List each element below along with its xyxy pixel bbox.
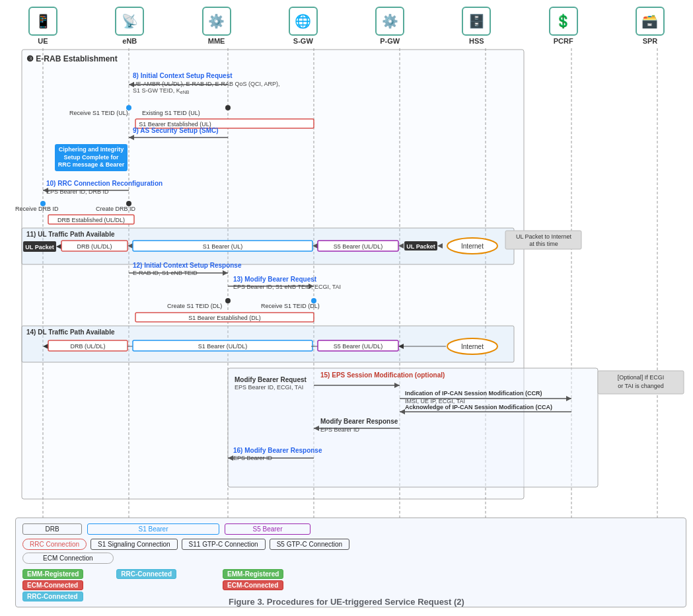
svg-rect-68 <box>135 313 314 322</box>
enb-label: eNB <box>122 37 137 45</box>
sgw-icon: 🌐 <box>289 7 318 36</box>
ue-label: UE <box>38 37 48 45</box>
svg-text:15) EPS Session Modification (: 15) EPS Session Modification (optional) <box>320 371 445 379</box>
svg-text:14) DL Traffic Path Available: 14) DL Traffic Path Available <box>26 328 115 336</box>
s5-bearer-bar: S5 Bearer <box>225 523 310 535</box>
svg-text:DRB (UL/DL): DRB (UL/DL) <box>77 243 112 250</box>
ue-emm-registered: EMM-Registered <box>22 569 83 579</box>
svg-text:S5 Bearer (UL/DL): S5 Bearer (UL/DL) <box>334 243 383 250</box>
svg-text:Modify Bearer Response: Modify Bearer Response <box>320 418 398 425</box>
svg-text:at this time: at this time <box>529 241 558 247</box>
svg-rect-86 <box>228 368 598 487</box>
svg-rect-32 <box>48 215 134 224</box>
svg-text:EPS Bearer ID, S1 eNB TEID, EC: EPS Bearer ID, S1 eNB TEID, ECGI, TAI <box>233 284 341 290</box>
svg-marker-57 <box>223 270 228 276</box>
enb-icon: 📡 <box>115 7 144 36</box>
connection-bars-row: RRC Connection S1 Signaling Connection S… <box>22 539 679 550</box>
bearer-bars-row: DRB S1 Bearer S5 Bearer <box>22 523 679 535</box>
svg-marker-11 <box>129 82 134 87</box>
svg-text:Receive S1 TEID (UL): Receive S1 TEID (UL) <box>69 110 128 116</box>
svg-marker-72 <box>43 344 48 349</box>
node-PCRF: 💲 PCRF <box>537 7 590 45</box>
svg-text:S1 Bearer Established (UL): S1 Bearer Established (UL) <box>139 121 211 128</box>
sgw-label: S-GW <box>293 37 313 45</box>
svg-text:10) RRC Connection Reconfigura: 10) RRC Connection Reconfiguration <box>46 180 163 187</box>
svg-text:IMSI, UE IP, ECGI, TAI: IMSI, UE IP, ECGI, TAI <box>405 398 465 404</box>
svg-text:Acknowledge of IP-CAN Session : Acknowledge of IP-CAN Session Modificati… <box>405 404 552 410</box>
spr-label: SPR <box>643 37 658 45</box>
svg-rect-19 <box>135 119 314 128</box>
svg-text:S1 S-GW TEID, KeNB: S1 S-GW TEID, KeNB <box>133 87 190 95</box>
svg-text:13) Modify Bearer Request: 13) Modify Bearer Request <box>233 276 317 283</box>
svg-point-15 <box>126 105 131 110</box>
s5-gtp-c: S5 GTP-C Connection <box>270 539 350 550</box>
svg-point-84 <box>447 338 497 354</box>
drb-bar: DRB <box>22 523 82 535</box>
status-tags-row: EMM-Registered ECM-Connected RRC-Connect… <box>22 569 679 601</box>
icons-row: 📱 UE 📡 eNB ⚙️ MME 🌐 S-GW ⚙️ P-GW 🗄️ HSS … <box>3 7 690 45</box>
svg-text:or TAI is changed: or TAI is changed <box>618 383 664 389</box>
svg-point-16 <box>225 105 231 110</box>
svg-marker-44 <box>312 243 318 249</box>
node-HSS: 🗄️ HSS <box>450 7 503 45</box>
mme-label: MME <box>208 37 225 45</box>
node-eNB: 📡 eNB <box>103 7 156 45</box>
bottom-box: DRB S1 Bearer S5 Bearer RRC Connection S… <box>15 518 686 607</box>
svg-text:EPS Bearer ID, ECGI, TAI: EPS Bearer ID, ECGI, TAI <box>235 384 303 391</box>
svg-text:[Optional] If ECGI: [Optional] If ECGI <box>618 374 665 381</box>
svg-marker-89 <box>394 383 400 388</box>
svg-text:Create S1 TEID (DL): Create S1 TEID (DL) <box>167 303 222 309</box>
svg-marker-82 <box>398 344 404 349</box>
svg-text:Receive DRB ID: Receive DRB ID <box>15 206 59 212</box>
s11-gtp-c: S11 GTP-C Connection <box>182 539 266 550</box>
svg-text:Internet: Internet <box>461 343 484 350</box>
enb-status-col: RRC-Connected <box>116 569 176 601</box>
svg-text:UE-AMBR (UL/DL), E-RAB ID, E-R: UE-AMBR (UL/DL), E-RAB ID, E-RAB QoS (QC… <box>133 81 280 87</box>
svg-text:DRB (UL/DL): DRB (UL/DL) <box>70 343 105 350</box>
svg-point-65 <box>311 298 316 303</box>
svg-text:Receive S1 TEID (DL): Receive S1 TEID (DL) <box>261 303 320 309</box>
svg-text:16) Modify Bearer Response: 16) Modify Bearer Response <box>233 447 322 454</box>
node-MME: ⚙️ MME <box>190 7 243 45</box>
rrc-connection: RRC Connection <box>22 539 87 550</box>
svg-text:9) AS Security Setup (SMC): 9) AS Security Setup (SMC) <box>133 127 219 134</box>
svg-rect-103 <box>598 371 684 394</box>
svg-marker-50 <box>437 243 443 249</box>
ue-icon: 📱 <box>28 7 57 36</box>
svg-marker-38 <box>56 244 61 249</box>
svg-text:Existing S1 TEID (UL): Existing S1 TEID (UL) <box>142 110 200 116</box>
svg-text:S5 Bearer (UL/DL): S5 Bearer (UL/DL) <box>334 343 383 350</box>
svg-text:UL Packet: UL Packet <box>406 243 435 250</box>
svg-text:UL Packet to Internet: UL Packet to Internet <box>516 233 572 240</box>
svg-rect-53 <box>505 231 581 249</box>
ue-status-col: EMM-Registered ECM-Connected RRC-Connect… <box>22 569 83 601</box>
enb-rrc-connected: RRC-Connected <box>116 569 176 579</box>
pgw-icon: ⚙️ <box>375 7 404 36</box>
mme-ecm-connected: ECM-Connected <box>223 580 283 590</box>
svg-text:S1 Bearer (UL): S1 Bearer (UL) <box>203 243 243 250</box>
svg-text:Internet: Internet <box>461 243 484 250</box>
svg-marker-25 <box>43 188 48 193</box>
ecm-connection: ECM Connection <box>22 553 114 564</box>
svg-text:EPS Bearer ID, DRB ID: EPS Bearer ID, DRB ID <box>46 188 109 195</box>
hss-icon: 🗄️ <box>462 7 491 36</box>
svg-rect-36 <box>23 241 56 252</box>
pgw-label: P-GW <box>380 37 400 45</box>
svg-text:E-RAB ID, S1 eNB TEID: E-RAB ID, S1 eNB TEID <box>133 270 198 276</box>
svg-text:Modify Bearer Request: Modify Bearer Request <box>235 376 307 383</box>
svg-text:❸ E-RAB Establishment: ❸ E-RAB Establishment <box>26 54 118 63</box>
pcrf-label: PCRF <box>554 37 573 45</box>
svg-text:S1 Bearer (UL/DL): S1 Bearer (UL/DL) <box>198 343 248 350</box>
diagram-svg: ❸ E-RAB Establishment 8) Initial Context… <box>3 48 690 590</box>
hss-label: HSS <box>469 37 484 45</box>
pcrf-icon: 💲 <box>549 7 578 36</box>
svg-marker-61 <box>309 284 314 289</box>
svg-rect-80 <box>318 340 398 351</box>
svg-rect-0 <box>22 50 524 499</box>
mme-emm-registered: EMM-Registered <box>223 569 283 579</box>
svg-text:8) Initial Context Setup Reque: 8) Initial Context Setup Request <box>133 72 233 79</box>
bottom-section: DRB S1 Bearer S5 Bearer RRC Connection S… <box>15 518 686 590</box>
svg-text:EPS Bearer ID: EPS Bearer ID <box>320 426 360 433</box>
svg-marker-22 <box>129 135 134 140</box>
svg-marker-47 <box>398 243 404 249</box>
